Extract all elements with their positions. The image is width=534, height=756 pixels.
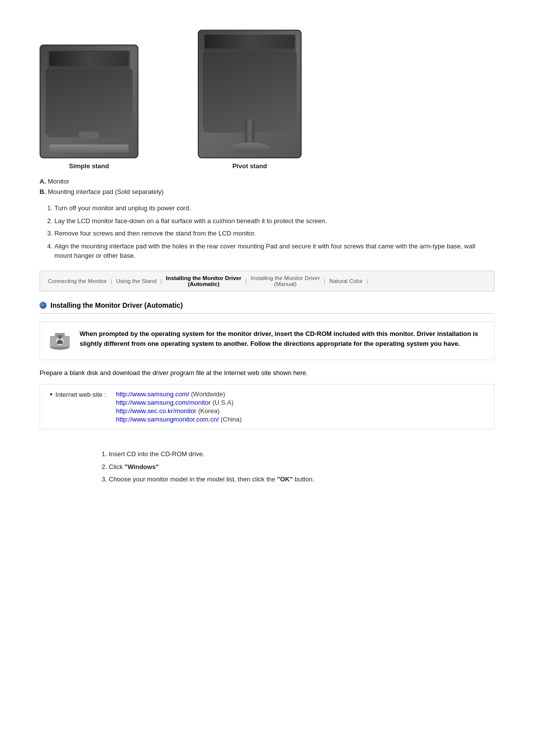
nav-sep-3: | — [244, 278, 248, 284]
nav-item-connecting[interactable]: Connecting the Monitor — [45, 277, 110, 285]
info-box-text: When prompted by the operating system fo… — [80, 329, 486, 353]
link-url-china[interactable]: http://www.samsungmonitor.com.cn/ — [116, 416, 219, 423]
links-row: • Internet web site : http://www.samsung… — [40, 390, 486, 423]
mounting-instructions-list: Turn off your monitor and unplug its pow… — [54, 203, 494, 261]
bottom-instruction-1: Insert CD into the CD-ROM drive. — [109, 449, 494, 459]
nav-sep-4: | — [323, 278, 326, 284]
section-title: Installing the Monitor Driver (Automatic… — [50, 301, 183, 309]
instruction-3: Remove four screws and then remove the s… — [54, 229, 494, 238]
prepare-text: Prepare a blank disk and download the dr… — [40, 368, 494, 378]
cd-rom-icon — [48, 329, 72, 353]
section-dot-icon — [40, 302, 46, 309]
link-label-usa: (U.S.A) — [213, 399, 234, 406]
pivot-stand-graphic — [198, 30, 302, 158]
info-box: When prompted by the operating system fo… — [40, 322, 494, 360]
link-label-worldwide: (Worldwide) — [191, 390, 225, 398]
bottom-instructions: Insert CD into the CD-ROM drive. Click "… — [99, 449, 494, 484]
nav-sep-1: | — [110, 278, 113, 284]
link-item-china: http://www.samsungmonitor.com.cn/ (China… — [116, 416, 242, 423]
link-item-usa: http://www.samsung.com/monitor (U.S.A) — [116, 399, 242, 406]
section-header: Installing the Monitor Driver (Automatic… — [40, 301, 494, 314]
link-item-worldwide: http://www.samsung.com/ (Worldwide) — [116, 390, 242, 398]
link-label-korea: (Korea) — [198, 407, 220, 415]
nav-item-natural-color[interactable]: Natural Color — [326, 277, 366, 285]
nav-item-using-stand[interactable]: Using the Stand — [113, 277, 160, 285]
instruction-4: Align the mounting interface pad with th… — [54, 241, 494, 261]
pivot-base — [230, 142, 269, 152]
link-label-china: (China) — [221, 416, 242, 423]
label-b: B. Mounting interface pad (Sold separate… — [40, 188, 494, 195]
nav-item-installing-manual[interactable]: Installing the Monitor Driver (Manual) — [248, 274, 323, 288]
nav-bar: Connecting the Monitor | Using the Stand… — [40, 271, 494, 291]
simple-stand-base — [49, 144, 129, 152]
instruction-2: Lay the LCD monitor face-down on a flat … — [54, 216, 494, 226]
links-list: http://www.samsung.com/ (Worldwide) http… — [116, 390, 242, 423]
monitor-images-row: Simple stand Pivot stand — [40, 30, 494, 170]
link-item-korea: http://www.sec.co.kr/monitor (Korea) — [116, 407, 242, 415]
pivot-neck — [245, 120, 255, 144]
bottom-instruction-3: Choose your monitor model in the model l… — [109, 474, 494, 484]
link-url-usa[interactable]: http://www.samsung.com/monitor — [116, 399, 211, 406]
simple-stand-caption: Simple stand — [69, 162, 109, 170]
pivot-stand-image: Pivot stand — [198, 30, 302, 170]
svg-point-6 — [58, 335, 62, 339]
pivot-stand-caption: Pivot stand — [232, 162, 267, 170]
bottom-instructions-list: Insert CD into the CD-ROM drive. Click "… — [109, 449, 494, 484]
nav-sep-2: | — [160, 278, 163, 284]
link-url-worldwide[interactable]: http://www.samsung.com/ — [116, 390, 189, 398]
label-a: A. Monitor — [40, 178, 494, 185]
links-section: • Internet web site : http://www.samsung… — [40, 384, 494, 429]
bottom-instruction-2: Click "Windows" — [109, 462, 494, 472]
simple-stand-graphic — [40, 45, 138, 158]
nav-item-installing-auto[interactable]: Installing the Monitor Driver (Automatic… — [163, 274, 244, 288]
links-label: • Internet web site : — [40, 390, 106, 398]
bullet-icon: • — [50, 390, 52, 398]
instruction-1: Turn off your monitor and unplug its pow… — [54, 203, 494, 213]
link-url-korea[interactable]: http://www.sec.co.kr/monitor — [116, 407, 197, 415]
nav-sep-5: | — [366, 278, 369, 284]
simple-stand-image: Simple stand — [40, 45, 138, 170]
